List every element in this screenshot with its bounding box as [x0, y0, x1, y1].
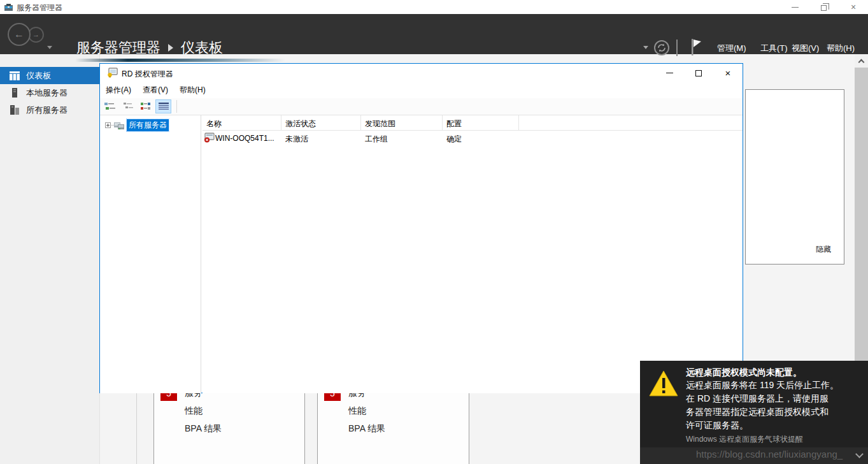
rd-licensing-manager-window: RD 授权管理器 × 操作(A) 查看(V) 帮助(H) [99, 63, 743, 393]
rd-tree-pane: 所有服务器 [100, 115, 201, 393]
notifications-flag-icon[interactable] [690, 38, 702, 59]
rd-minimize-button[interactable] [655, 64, 684, 82]
toolbar-icons-view-button[interactable] [138, 99, 153, 113]
rd-menu-action[interactable]: 操作(A) [100, 85, 137, 96]
navbar-divider [676, 40, 678, 56]
table-row[interactable]: WIN-OOQ54T1... 未激活 工作组 确定 [203, 132, 743, 145]
breadcrumb-separator-icon [168, 44, 173, 52]
refresh-dropdown-icon[interactable] [643, 46, 648, 49]
tile-row-performance[interactable]: 性能 [185, 405, 203, 417]
toast-body-line: 在 RD 连接代理服务器上，请使用服 [686, 392, 864, 405]
rd-window-controls: × [655, 64, 743, 82]
export-list-icon [122, 102, 134, 111]
sidebar-item-label: 所有服务器 [26, 105, 68, 116]
toolbar-show-tree-button[interactable] [102, 99, 118, 113]
local-server-icon [10, 88, 21, 98]
sidebar-item-all-servers[interactable]: 所有服务器 [0, 101, 100, 119]
breadcrumb-underline [75, 59, 285, 62]
server-error-icon [204, 133, 215, 145]
cell-configuration: 确定 [446, 134, 462, 145]
back-button[interactable]: ← [8, 23, 31, 46]
refresh-button[interactable] [654, 40, 669, 55]
navigation-bar: ← → 服务器管理器 仪表板 管理(M) 工具(T) 视图(V) 帮助(H) [0, 14, 868, 54]
rd-titlebar[interactable]: RD 授权管理器 × [100, 64, 743, 82]
main-minimize-button[interactable] [780, 0, 809, 14]
server-manager-screen: 服务器管理器 × ← → 服务器管理器 仪表板 管理(M) 工具(T) 视图(V… [0, 0, 868, 464]
tile-row-bpa-results[interactable]: BPA 结果 [348, 423, 385, 435]
cell-activation-status: 未激活 [285, 134, 308, 145]
rd-toolbar [100, 98, 743, 115]
sidebar-item-label: 仪表板 [26, 70, 51, 82]
tile-row-bpa-results[interactable]: BPA 结果 [185, 423, 222, 435]
toast-body-line: 许可证服务器。 [686, 419, 864, 432]
menu-tools[interactable]: 工具(T) [760, 43, 788, 54]
main-restore-button[interactable] [809, 0, 839, 14]
history-dropdown-icon[interactable] [47, 46, 52, 49]
tree-view-icon [104, 102, 116, 111]
warning-triangle-icon [649, 370, 678, 400]
tree-expand-icon[interactable] [105, 122, 111, 128]
tree-node-label[interactable]: 所有服务器 [127, 119, 169, 131]
chevron-up-icon [858, 59, 865, 65]
rd-menubar: 操作(A) 查看(V) 帮助(H) [100, 82, 743, 98]
watermark-text: https://blog.csdn.net/liuxiangyang_ [696, 449, 843, 460]
cell-server-name: WIN-OOQ54T1... [215, 134, 274, 143]
refresh-icon [657, 43, 666, 52]
rd-menu-help[interactable]: 帮助(H) [174, 85, 211, 96]
scrollbar-up-button[interactable] [855, 54, 868, 68]
sidebar: 仪表板 本地服务器 所有服务器 [0, 54, 100, 464]
main-window-controls: × [780, 0, 868, 14]
sidebar-item-dashboard[interactable]: 仪表板 [0, 67, 100, 84]
toast-text-block: 远程桌面授权模式尚未配置。 远程桌面服务将在 119 天后停止工作。 在 RD … [686, 366, 864, 445]
rd-list-pane: 名称 激活状态 发现范围 配置 WIN-OOQ54T1... 未激活 工作组 确… [203, 115, 743, 393]
dashboard-grid-icon [10, 71, 21, 80]
hide-link[interactable]: 隐藏 [816, 244, 831, 255]
main-window-title: 服务器管理器 [17, 3, 62, 13]
toolbar-details-view-button[interactable] [155, 99, 171, 113]
cell-discovery-scope: 工作组 [365, 134, 388, 145]
tile-row-performance[interactable]: 性能 [348, 405, 366, 417]
sidebar-item-local-server[interactable]: 本地服务器 [0, 84, 100, 101]
sidebar-item-label: 本地服务器 [26, 87, 68, 99]
breadcrumb-root[interactable]: 服务器管理器 [76, 38, 160, 57]
icons-view-icon [140, 102, 152, 111]
breadcrumb: 服务器管理器 仪表板 [76, 38, 223, 57]
column-header-name[interactable]: 名称 [203, 115, 281, 131]
toolbar-export-list-button[interactable] [120, 99, 136, 113]
toast-body-line: 务器管理器指定远程桌面授权模式和 [686, 405, 864, 419]
toolbar-divider [176, 100, 177, 113]
rd-window-title: RD 授权管理器 [122, 69, 173, 80]
column-header-configuration[interactable]: 配置 [443, 115, 519, 131]
menu-manage[interactable]: 管理(M) [717, 43, 746, 54]
menu-view[interactable]: 视图(V) [792, 43, 819, 54]
rd-close-button[interactable]: × [713, 64, 743, 82]
server-manager-app-icon [4, 3, 13, 15]
servers-group-icon [114, 120, 125, 130]
menu-help[interactable]: 帮助(H) [827, 43, 855, 54]
main-close-button[interactable]: × [839, 0, 868, 14]
all-servers-icon [10, 105, 21, 115]
toast-body-line: 远程桌面服务将在 119 天后停止工作。 [686, 379, 864, 392]
rd-licensing-app-icon [107, 68, 118, 80]
toast-source-label: Windows 远程桌面服务气球状提醒 [686, 433, 864, 445]
list-header: 名称 激活状态 发现范围 配置 [203, 115, 743, 131]
notification-detail-panel: 隐藏 [745, 89, 844, 265]
main-titlebar: 服务器管理器 × [0, 0, 868, 14]
column-header-discovery-scope[interactable]: 发现范围 [361, 115, 443, 131]
breadcrumb-current[interactable]: 仪表板 [181, 38, 223, 57]
details-view-icon [159, 103, 169, 111]
rd-maximize-button[interactable] [684, 64, 713, 82]
column-header-activation-status[interactable]: 激活状态 [281, 115, 361, 131]
toast-title: 远程桌面授权模式尚未配置。 [686, 366, 864, 379]
rd-licensing-warning-toast[interactable]: 远程桌面授权模式尚未配置。 远程桌面服务将在 119 天后停止工作。 在 RD … [640, 361, 868, 464]
rd-menu-view[interactable]: 查看(V) [137, 85, 174, 96]
tree-node-all-servers[interactable]: 所有服务器 [105, 119, 169, 131]
